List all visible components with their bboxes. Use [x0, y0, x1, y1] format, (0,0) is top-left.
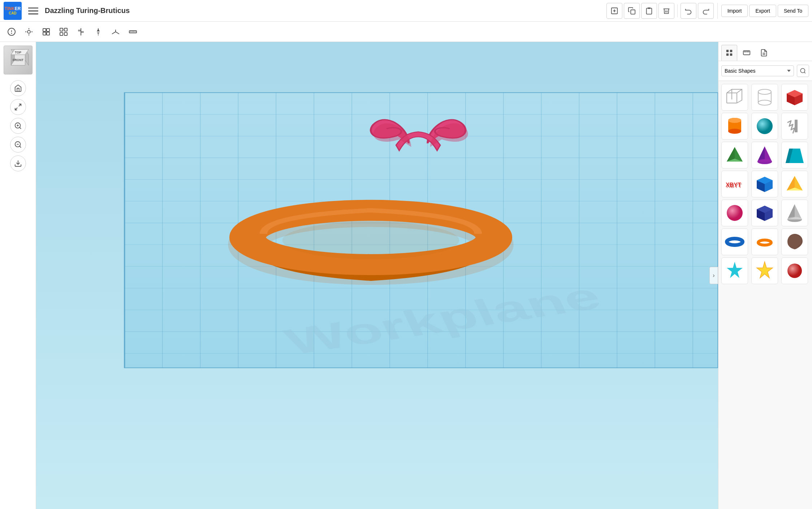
shape-sphere-pink[interactable]: [721, 200, 748, 226]
ruler-tab[interactable]: [739, 45, 755, 61]
shape-prism-teal[interactable]: [781, 142, 808, 168]
ungroup-tool[interactable]: [56, 24, 72, 40]
svg-text:XBYT: XBYT: [726, 183, 742, 189]
send-to-button[interactable]: Send To: [778, 5, 808, 17]
shape-zigzag[interactable]: [781, 113, 808, 140]
group-tool[interactable]: [38, 24, 54, 40]
shape-sphere-teal[interactable]: [751, 113, 778, 140]
view-cube[interactable]: TOP FRONT: [4, 46, 33, 74]
svg-rect-27: [78, 30, 81, 31]
shape-cone-purple[interactable]: [751, 142, 778, 168]
svg-rect-31: [129, 31, 137, 33]
svg-rect-86: [726, 50, 729, 52]
project-title: Dazzling Turing-Bruticus: [45, 7, 603, 15]
workplane-tool[interactable]: [108, 24, 124, 40]
svg-point-122: [757, 159, 772, 164]
shape-cone-gray[interactable]: [781, 200, 808, 226]
svg-text:TOP: TOP: [15, 51, 21, 54]
shape-torus-blue[interactable]: [721, 228, 748, 255]
app-logo: TINK ER CAD: [4, 2, 22, 20]
shape-cube-navy[interactable]: [751, 200, 778, 226]
svg-point-113: [757, 118, 773, 134]
svg-rect-19: [43, 32, 46, 35]
shape-star-yellow[interactable]: [751, 257, 778, 284]
shape-category-select[interactable]: Basic Shapes: [721, 65, 794, 76]
zoom-out-button[interactable]: [10, 137, 26, 153]
svg-point-111: [728, 129, 741, 134]
delete-button[interactable]: [658, 3, 674, 19]
shape-torus-orange[interactable]: [751, 228, 778, 255]
copy-button[interactable]: [624, 3, 640, 19]
shape-cylinder-hole[interactable]: [751, 84, 778, 111]
svg-rect-1: [28, 10, 38, 11]
shapes-tab[interactable]: [721, 45, 737, 61]
shape-blob-brown[interactable]: [781, 228, 808, 255]
undo-button[interactable]: [681, 3, 696, 19]
svg-rect-8: [646, 8, 652, 14]
3d-viewport[interactable]: Workplane: [36, 42, 718, 509]
svg-rect-24: [64, 33, 67, 35]
svg-point-97: [800, 68, 805, 73]
align-tool[interactable]: [73, 24, 89, 40]
paste-button[interactable]: [641, 3, 657, 19]
svg-point-143: [787, 217, 802, 222]
notes-tab[interactable]: [756, 45, 772, 61]
svg-line-98: [804, 72, 805, 73]
menu-button[interactable]: [25, 3, 41, 19]
mirror-tool[interactable]: [90, 24, 106, 40]
svg-point-12: [27, 30, 30, 33]
svg-rect-22: [64, 28, 67, 31]
new-button[interactable]: [606, 3, 622, 19]
svg-rect-18: [47, 29, 49, 31]
svg-line-48: [20, 127, 21, 129]
svg-rect-0: [28, 7, 38, 8]
import-button[interactable]: Import: [721, 5, 748, 17]
collapse-panel-button[interactable]: ›: [709, 267, 718, 284]
svg-point-85: [282, 222, 459, 259]
export-button[interactable]: Export: [749, 5, 776, 17]
svg-rect-90: [743, 51, 750, 55]
fit-all-button[interactable]: [10, 99, 26, 115]
svg-rect-17: [43, 29, 46, 31]
annotation-tool[interactable]: [4, 24, 20, 40]
shape-cube-blue[interactable]: [751, 171, 778, 197]
svg-point-135: [727, 205, 743, 221]
svg-point-112: [728, 118, 741, 123]
svg-rect-87: [730, 50, 732, 52]
measure-tool[interactable]: [21, 24, 37, 40]
svg-rect-2: [28, 13, 38, 14]
redo-button[interactable]: [698, 3, 714, 19]
svg-point-101: [758, 89, 771, 94]
ruler-tool[interactable]: [125, 24, 141, 40]
svg-text:FRONT: FRONT: [12, 58, 23, 62]
shape-box-hole[interactable]: [721, 84, 748, 111]
shape-cube-red[interactable]: [781, 84, 808, 111]
home-view-button[interactable]: [10, 80, 26, 96]
shape-cylinder-orange[interactable]: [721, 113, 748, 140]
svg-marker-146: [727, 262, 743, 278]
svg-rect-28: [81, 31, 84, 33]
svg-rect-89: [730, 54, 732, 56]
shape-text-3d[interactable]: XBYTXBYT: [721, 171, 748, 197]
svg-line-44: [15, 108, 17, 110]
shape-star-teal[interactable]: [721, 257, 748, 284]
svg-point-11: [11, 33, 12, 34]
svg-rect-114: [795, 120, 798, 132]
svg-rect-6: [631, 10, 635, 14]
svg-rect-21: [60, 28, 63, 31]
svg-point-144: [727, 239, 743, 245]
svg-point-149: [787, 264, 802, 278]
svg-point-102: [758, 100, 771, 105]
svg-rect-20: [47, 32, 49, 35]
zoom-in-button[interactable]: [10, 118, 26, 134]
shape-pyramid-yellow[interactable]: [781, 171, 808, 197]
svg-rect-88: [726, 54, 729, 56]
svg-point-145: [758, 240, 771, 245]
shape-sphere-red-small[interactable]: [781, 257, 808, 284]
svg-rect-23: [60, 33, 63, 35]
search-button[interactable]: [797, 65, 809, 77]
svg-line-43: [18, 104, 21, 106]
download-button[interactable]: [10, 155, 26, 171]
shape-pyramid-green[interactable]: [721, 142, 748, 168]
svg-line-51: [20, 146, 21, 147]
